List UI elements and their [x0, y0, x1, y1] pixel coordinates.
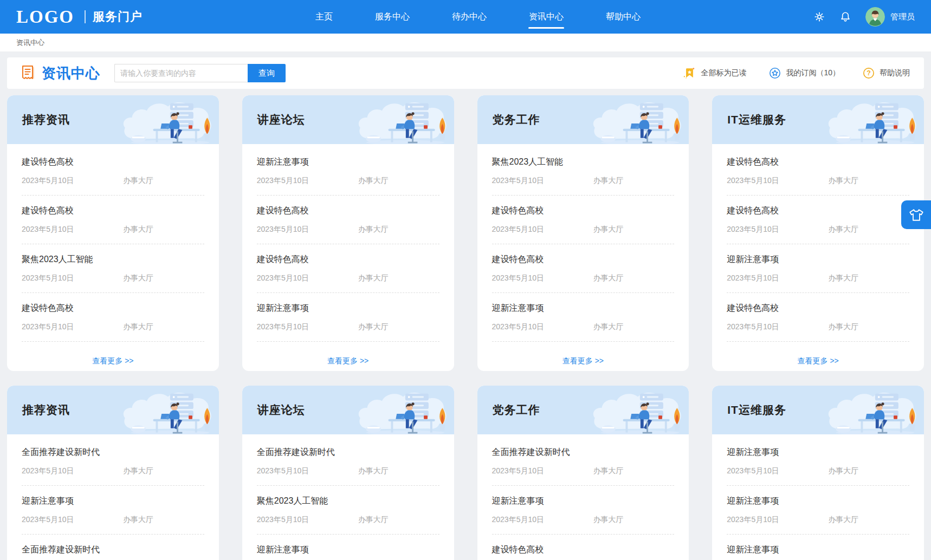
news-item-title: 迎新注意事项 [492, 486, 675, 507]
news-item[interactable]: 迎新注意事项 2023年5月10日 办事大厅 [492, 293, 675, 342]
news-item-source: 办事大厅 [593, 322, 623, 332]
card-illustration [119, 387, 215, 434]
kettle-graphic [601, 425, 616, 433]
news-item[interactable]: 迎新注意事项 2023年5月10日 办事大厅 [257, 147, 439, 196]
news-item-date: 2023年5月10日 [22, 225, 74, 233]
news-item[interactable]: 建设特色高校 2023年5月10日 办事大厅 [492, 535, 675, 560]
news-item-title: 聚焦2023人工智能 [257, 486, 439, 507]
news-item-source: 办事大厅 [358, 515, 389, 525]
news-item[interactable]: 全面推荐建设新时代 2023年5月10日 办事大厅 [492, 437, 675, 486]
news-card: 讲座论坛 [242, 386, 454, 560]
news-item[interactable]: 建设特色高校 2023年5月10日 办事大厅 [22, 147, 204, 196]
news-item[interactable]: 聚焦2023人工智能 2023年5月10日 办事大厅 [22, 244, 204, 293]
news-item[interactable]: 建设特色高校 2023年5月10日 办事大厅 [727, 293, 909, 342]
svg-text:?: ? [867, 69, 871, 77]
card-header: 党务工作 [477, 95, 689, 144]
kettle-graphic [601, 135, 616, 142]
news-item[interactable]: 迎新注意事项 2023年5月10日 办事大厅 [257, 293, 439, 342]
search-button[interactable]: 查询 [248, 64, 286, 82]
news-item-date: 2023年5月10日 [492, 225, 545, 233]
card-header: 党务工作 [477, 386, 689, 434]
news-item-source: 办事大厅 [358, 274, 389, 283]
nav-item-todo-center[interactable]: 待办中心 [452, 0, 487, 34]
card-title: 讲座论坛 [257, 402, 305, 418]
view-more-link[interactable]: 查看更多 >> [7, 356, 219, 366]
view-more-link[interactable]: 查看更多 >> [712, 356, 924, 366]
news-item-source: 办事大厅 [123, 322, 153, 332]
news-item[interactable]: 建设特色高校 2023年5月10日 办事大厅 [257, 244, 439, 293]
news-item[interactable]: 聚焦2023人工智能 2023年5月10日 办事大厅 [492, 147, 675, 196]
news-item-date: 2023年5月10日 [257, 176, 309, 185]
nav-item-help-center[interactable]: 帮助中心 [606, 0, 641, 34]
breadcrumb[interactable]: 资讯中心 [16, 38, 44, 48]
news-item[interactable]: 迎新注意事项 2023年5月10日 办事大厅 [727, 437, 909, 486]
brand-divider [85, 10, 86, 23]
news-item-title: 建设特色高校 [492, 244, 675, 265]
my-subscriptions-button[interactable]: 我的订阅（10） [769, 67, 840, 79]
news-item-title: 建设特色高校 [727, 293, 909, 314]
news-item-title: 迎新注意事项 [727, 486, 909, 507]
news-item[interactable]: 建设特色高校 2023年5月10日 办事大厅 [22, 196, 204, 244]
news-card: 党务工作 [477, 386, 689, 560]
news-item[interactable]: 迎新注意事项 2023年5月10日 办事大厅 [22, 486, 204, 535]
nav-item-home[interactable]: 主页 [315, 0, 333, 34]
news-item-date: 2023年5月10日 [727, 322, 779, 331]
search-input[interactable] [114, 64, 248, 82]
card-list: 全面推荐建设新时代 2023年5月10日 办事大厅 聚焦2023人工智能 202… [242, 434, 454, 560]
news-item-title: 迎新注意事项 [257, 293, 439, 314]
news-item-source: 办事大厅 [828, 225, 858, 235]
news-item[interactable]: 迎新注意事项 2023年5月10日 办事大厅 [257, 535, 439, 560]
news-item-title: 全面推荐建设新时代 [22, 437, 204, 458]
nav-item-news-center[interactable]: 资讯中心 [529, 0, 564, 34]
card-illustration [589, 387, 684, 434]
news-item[interactable]: 全面推荐建设新时代 2023年5月10日 办事大厅 [22, 535, 204, 560]
news-item-source: 办事大厅 [593, 176, 623, 186]
news-item-source: 办事大厅 [123, 274, 153, 283]
news-item[interactable]: 建设特色高校 2023年5月10日 办事大厅 [492, 196, 675, 244]
search-box: 查询 [114, 64, 286, 82]
news-item-meta: 2023年5月10日 办事大厅 [727, 225, 909, 244]
news-item[interactable]: 迎新注意事项 2023年5月10日 办事大厅 [727, 486, 909, 535]
toolbar-left: 资讯中心 查询 [21, 64, 286, 83]
news-item[interactable]: 迎新注意事项 2023年5月10日 办事大厅 [727, 535, 909, 560]
view-more-link[interactable]: 查看更多 >> [477, 356, 689, 366]
news-item[interactable]: 建设特色高校 2023年5月10日 办事大厅 [492, 244, 675, 293]
news-item-title: 迎新注意事项 [257, 535, 439, 556]
news-item-source: 办事大厅 [123, 176, 153, 186]
nav-right: 管理员 [813, 7, 915, 27]
settings-gear-icon[interactable] [813, 11, 825, 23]
news-item-meta: 2023年5月10日 办事大厅 [22, 515, 204, 535]
news-card: 党务工作 [477, 95, 689, 371]
news-item[interactable]: 迎新注意事项 2023年5月10日 办事大厅 [727, 244, 909, 293]
news-item-source: 办事大厅 [828, 274, 858, 283]
notifications-bell-icon[interactable] [839, 11, 851, 23]
news-item-date: 2023年5月10日 [727, 225, 779, 233]
news-item-date: 2023年5月10日 [257, 515, 309, 524]
help-button[interactable]: ? 帮助说明 [863, 67, 910, 79]
portal-name: 服务门户 [93, 9, 143, 25]
news-item[interactable]: 建设特色高校 2023年5月10日 办事大厅 [257, 196, 439, 244]
card-title: IT运维服务 [727, 402, 786, 418]
theme-skin-button[interactable] [901, 200, 931, 229]
news-item-meta: 2023年5月10日 办事大厅 [492, 466, 675, 486]
news-item-date: 2023年5月10日 [22, 322, 74, 331]
nav-item-service-center[interactable]: 服务中心 [375, 0, 410, 34]
news-item-meta: 2023年5月10日 办事大厅 [22, 322, 204, 342]
news-item[interactable]: 全面推荐建设新时代 2023年5月10日 办事大厅 [22, 437, 204, 486]
news-item[interactable]: 全面推荐建设新时代 2023年5月10日 办事大厅 [257, 437, 439, 486]
news-item-meta: 2023年5月10日 办事大厅 [22, 176, 204, 196]
mark-all-read-button[interactable]: 全部标为已读 [683, 67, 746, 79]
news-item-meta: 2023年5月10日 办事大厅 [257, 515, 439, 535]
card-illustration [824, 96, 920, 144]
user-chip[interactable]: 管理员 [865, 7, 915, 27]
help-label: 帮助说明 [880, 68, 910, 78]
news-item[interactable]: 迎新注意事项 2023年5月10日 办事大厅 [492, 486, 675, 535]
card-title: 讲座论坛 [257, 112, 305, 127]
news-item[interactable]: 建设特色高校 2023年5月10日 办事大厅 [22, 293, 204, 342]
news-item[interactable]: 建设特色高校 2023年5月10日 办事大厅 [727, 147, 909, 196]
news-item[interactable]: 建设特色高校 2023年5月10日 办事大厅 [727, 196, 909, 244]
news-item[interactable]: 聚焦2023人工智能 2023年5月10日 办事大厅 [257, 486, 439, 535]
news-item-source: 办事大厅 [358, 176, 389, 186]
card-header: 讲座论坛 [242, 386, 454, 434]
view-more-link[interactable]: 查看更多 >> [242, 356, 454, 366]
